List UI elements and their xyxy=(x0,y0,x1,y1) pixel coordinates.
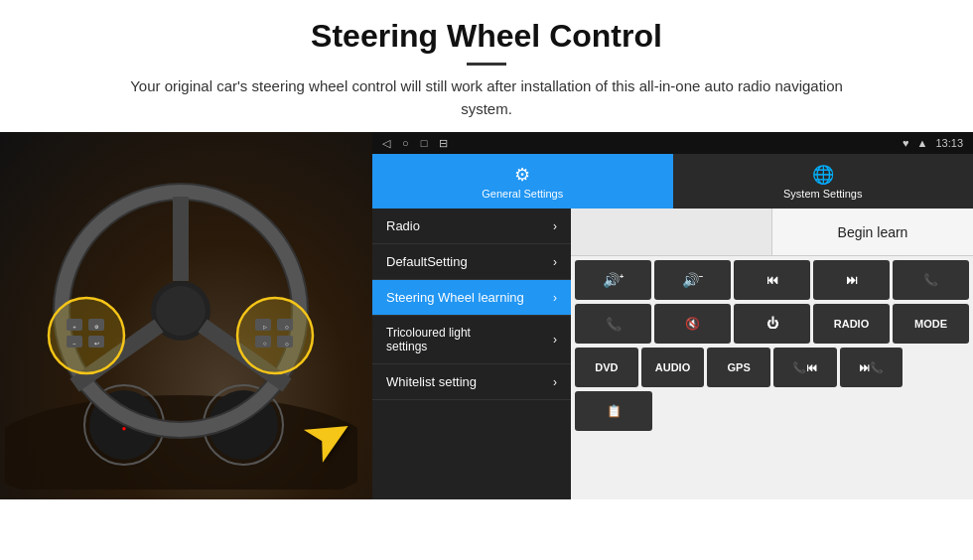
android-panel: ◁ ○ □ ⊟ ♥ ▲ 13:13 ⚙ General Settings xyxy=(372,132,973,499)
menu-tricolour-label: Tricoloured lightsettings xyxy=(386,326,471,353)
status-bar: ◁ ○ □ ⊟ ♥ ▲ 13:13 xyxy=(372,132,973,154)
svg-text:○: ○ xyxy=(263,341,267,347)
back-icon: ◁ xyxy=(382,137,390,150)
prev-button[interactable]: ⏮ xyxy=(734,260,810,300)
tab-general-settings[interactable]: ⚙ General Settings xyxy=(372,154,673,209)
menu-item-radio[interactable]: Radio › xyxy=(372,209,571,244)
list-icon: 📋 xyxy=(607,404,622,418)
svg-text:◇: ◇ xyxy=(285,324,289,330)
button-grid-row3: DVD AUDIO GPS 📞⏮ ⏭📞 xyxy=(571,348,973,391)
vol-up-icon: 🔊+ xyxy=(603,272,625,288)
left-menu: Radio › DefaultSetting › Steering Wheel … xyxy=(372,209,571,499)
settings-icon: ⚙ xyxy=(514,164,530,186)
menu-tricolour-arrow: › xyxy=(553,333,557,347)
mode-button[interactable]: MODE xyxy=(893,304,969,344)
status-right: ♥ ▲ 13:13 xyxy=(903,137,963,149)
wifi-icon: ▲ xyxy=(917,137,928,149)
call-prev-icon: 📞⏮ xyxy=(792,361,817,374)
menu-radio-arrow: › xyxy=(553,219,557,233)
menu-item-tricolour[interactable]: Tricoloured lightsettings › xyxy=(372,316,571,364)
call-next-icon: ⏭📞 xyxy=(859,361,884,374)
gps-button[interactable]: GPS xyxy=(707,348,770,387)
menu-default-label: DefaultSetting xyxy=(386,254,468,269)
next-icon: ⏭ xyxy=(846,273,858,287)
gps-label: GPS xyxy=(728,361,751,373)
menu-radio-label: Radio xyxy=(386,218,420,233)
svg-text:−: − xyxy=(72,341,76,347)
menu-icon: ⊟ xyxy=(439,137,448,150)
svg-point-13 xyxy=(49,298,124,373)
right-panel: Begin learn 🔊+ 🔊− ⏮ xyxy=(571,209,973,499)
begin-learn-button[interactable]: Begin learn xyxy=(772,209,973,255)
tab-bar: ⚙ General Settings 🌐 System Settings xyxy=(372,154,973,209)
menu-default-arrow: › xyxy=(553,255,557,269)
vol-down-button[interactable]: 🔊− xyxy=(654,260,731,300)
next-button[interactable]: ⏭ xyxy=(813,260,890,300)
button-grid-row1: 🔊+ 🔊− ⏮ ⏭ 📞 xyxy=(571,256,973,304)
tab-system-label: System Settings xyxy=(783,188,862,200)
svg-text:◇: ◇ xyxy=(285,341,289,347)
header-section: Steering Wheel Control Your original car… xyxy=(0,0,973,132)
call-icon: 📞 xyxy=(923,273,938,287)
button-grid-row2: 📞 🔇 ⏻ RADIO MODE xyxy=(571,304,973,348)
menu-steering-arrow: › xyxy=(553,291,557,305)
power-icon: ⏻ xyxy=(766,317,778,331)
top-row: Begin learn xyxy=(571,209,973,256)
call-prev-button[interactable]: 📞⏮ xyxy=(773,348,837,387)
svg-point-22 xyxy=(237,298,313,373)
mute-icon: 🔇 xyxy=(685,317,700,331)
subtitle-text: Your original car's steering wheel contr… xyxy=(109,75,864,120)
tab-system-settings[interactable]: 🌐 System Settings xyxy=(673,154,974,209)
tab-general-label: General Settings xyxy=(482,188,563,200)
main-content: Radio › DefaultSetting › Steering Wheel … xyxy=(372,209,973,499)
menu-item-whitelist[interactable]: Whitelist setting › xyxy=(372,364,571,400)
call-next-button[interactable]: ⏭📞 xyxy=(840,348,904,387)
location-icon: ♥ xyxy=(903,137,909,149)
power-button[interactable]: ⏻ xyxy=(734,304,810,344)
svg-text:+: + xyxy=(72,324,76,330)
vol-up-button[interactable]: 🔊+ xyxy=(575,260,651,300)
menu-whitelist-label: Whitelist setting xyxy=(386,374,477,389)
call-button[interactable]: 📞 xyxy=(893,260,969,300)
content-area: ● + xyxy=(0,132,973,499)
title-divider xyxy=(467,63,506,66)
nav-icons: ◁ ○ □ ⊟ xyxy=(382,137,448,150)
hang-up-button[interactable]: 📞 xyxy=(575,304,651,344)
empty-box xyxy=(571,209,772,255)
button-row4: 📋 xyxy=(571,391,973,435)
mode-label: MODE xyxy=(914,318,947,330)
system-icon: 🌐 xyxy=(812,164,834,186)
list-button[interactable]: 📋 xyxy=(575,391,652,431)
menu-item-default[interactable]: DefaultSetting › xyxy=(372,244,571,280)
clock: 13:13 xyxy=(935,137,963,149)
hang-up-icon: 📞 xyxy=(606,317,622,332)
menu-steering-label: Steering Wheel learning xyxy=(386,290,524,305)
svg-text:↩: ↩ xyxy=(94,341,99,347)
svg-text:▷: ▷ xyxy=(263,324,267,330)
audio-label: AUDIO xyxy=(655,361,690,373)
vol-down-icon: 🔊− xyxy=(682,272,704,288)
page-wrapper: Steering Wheel Control Your original car… xyxy=(0,0,973,499)
home-icon: ○ xyxy=(402,137,409,149)
audio-button[interactable]: AUDIO xyxy=(641,348,705,387)
recents-icon: □ xyxy=(421,137,428,149)
radio-label: RADIO xyxy=(834,318,869,330)
menu-item-steering[interactable]: Steering Wheel learning › xyxy=(372,280,571,316)
radio-button[interactable]: RADIO xyxy=(813,304,890,344)
prev-icon: ⏮ xyxy=(766,273,778,287)
mute-button[interactable]: 🔇 xyxy=(654,304,731,344)
steering-wheel-image: ● + xyxy=(0,132,372,499)
menu-whitelist-arrow: › xyxy=(553,375,557,389)
dvd-button[interactable]: DVD xyxy=(575,348,638,387)
dvd-label: DVD xyxy=(595,361,618,373)
svg-point-9 xyxy=(156,286,206,336)
page-title: Steering Wheel Control xyxy=(60,18,913,55)
